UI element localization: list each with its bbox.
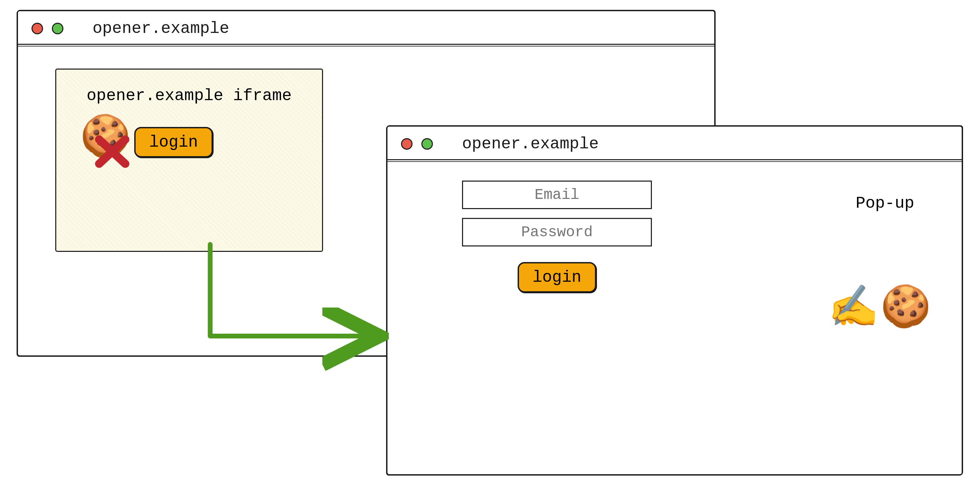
popup-cookie-write: ✍️ 🍪	[828, 283, 931, 332]
login-form: login	[449, 181, 665, 292]
cookie-icon: 🍪	[880, 283, 931, 332]
popup-label: Pop-up	[856, 194, 914, 212]
writing-hand-icon: ✍️	[828, 283, 879, 332]
popup-login-button[interactable]: login	[518, 262, 596, 292]
iframe-label: opener.example iframe	[70, 86, 309, 105]
iframe-box: opener.example iframe 🍪 login	[55, 69, 323, 252]
popup-body: login Pop-up ✍️ 🍪	[387, 160, 962, 377]
blocked-cookie: 🍪	[80, 118, 127, 166]
diagram-stage: opener.example opener.example iframe 🍪 l…	[0, 0, 980, 500]
window-close-dot[interactable]	[32, 23, 43, 34]
window-maximize-dot[interactable]	[52, 23, 64, 34]
email-field[interactable]	[462, 181, 652, 209]
browser-window-popup: opener.example login Pop-up ✍️ 🍪	[387, 126, 963, 475]
iframe-login-button[interactable]: login	[134, 127, 213, 158]
window-close-dot[interactable]	[401, 138, 412, 150]
password-field[interactable]	[462, 218, 652, 246]
titlebar-a: opener.example	[18, 11, 714, 45]
titlebar-b: opener.example	[387, 126, 962, 160]
iframe-content-row: 🍪 login	[80, 118, 309, 166]
cookie-icon: 🍪	[80, 116, 131, 162]
address-text-a: opener.example	[92, 19, 229, 38]
window-maximize-dot[interactable]	[422, 138, 433, 150]
address-text-b: opener.example	[462, 135, 599, 153]
